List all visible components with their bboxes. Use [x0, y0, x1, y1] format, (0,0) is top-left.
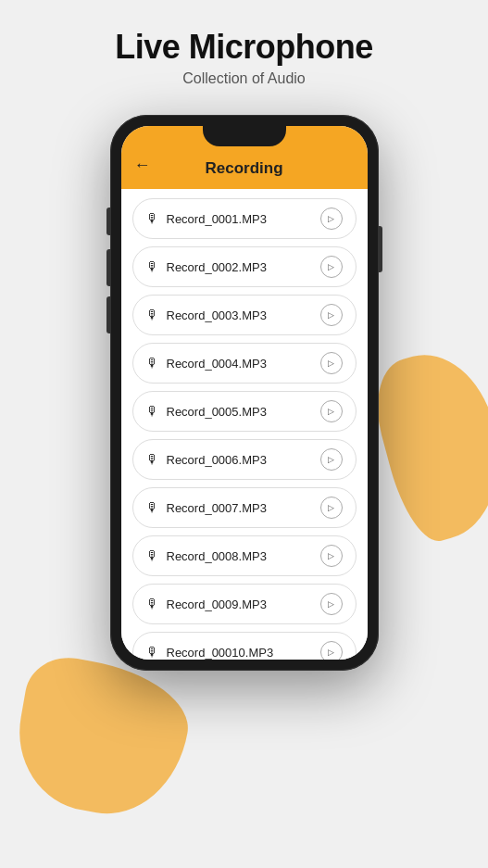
- mic-icon: 🎙: [146, 259, 159, 274]
- item-left: 🎙 Record_0005.MP3: [146, 404, 267, 419]
- page-header: Live Microphone Collection of Audio: [115, 0, 373, 106]
- mic-icon: 🎙: [146, 404, 159, 419]
- record-name: Record_0008.MP3: [167, 549, 267, 563]
- bg-brush-right: [364, 341, 488, 548]
- play-button[interactable]: ▷: [320, 256, 343, 278]
- record-item[interactable]: 🎙 Record_0008.MP3 ▷: [132, 535, 357, 576]
- record-item[interactable]: 🎙 Record_0009.MP3 ▷: [132, 584, 357, 624]
- record-name: Record_0005.MP3: [167, 405, 267, 419]
- item-left: 🎙 Record_00010.MP3: [146, 645, 274, 660]
- volume-up-button: [106, 249, 110, 286]
- power-button: [379, 226, 382, 272]
- phone-screen: ← Recording 🎙 Record_0001.MP3 ▷ 🎙 Record…: [121, 126, 368, 660]
- play-button[interactable]: ▷: [320, 593, 343, 615]
- play-button[interactable]: ▷: [320, 352, 343, 374]
- app-header-title: Recording: [205, 159, 282, 178]
- mic-icon: 🎙: [146, 211, 159, 226]
- silent-button: [106, 208, 110, 235]
- phone-notch: [203, 126, 286, 146]
- record-item[interactable]: 🎙 Record_00010.MP3 ▷: [132, 632, 357, 660]
- item-left: 🎙 Record_0007.MP3: [146, 500, 267, 515]
- record-name: Record_0009.MP3: [167, 598, 267, 611]
- item-left: 🎙 Record_0006.MP3: [146, 452, 267, 467]
- mic-icon: 🎙: [146, 452, 159, 467]
- volume-down-button: [106, 296, 110, 333]
- record-name: Record_0004.MP3: [167, 357, 267, 371]
- item-left: 🎙 Record_0001.MP3: [146, 211, 267, 226]
- play-button[interactable]: ▷: [320, 545, 343, 567]
- recording-list[interactable]: 🎙 Record_0001.MP3 ▷ 🎙 Record_0002.MP3 ▷ …: [121, 189, 368, 660]
- item-left: 🎙 Record_0002.MP3: [146, 259, 267, 274]
- mic-icon: 🎙: [146, 548, 159, 563]
- record-item[interactable]: 🎙 Record_0003.MP3 ▷: [132, 295, 357, 335]
- item-left: 🎙 Record_0008.MP3: [146, 548, 267, 563]
- record-item[interactable]: 🎙 Record_0002.MP3 ▷: [132, 246, 357, 287]
- record-name: Record_00010.MP3: [167, 646, 274, 660]
- item-left: 🎙 Record_0004.MP3: [146, 356, 267, 371]
- play-button[interactable]: ▷: [320, 304, 343, 326]
- item-left: 🎙 Record_0009.MP3: [146, 597, 267, 611]
- record-name: Record_0007.MP3: [167, 501, 267, 515]
- record-name: Record_0002.MP3: [167, 260, 267, 274]
- page-subtitle: Collection of Audio: [115, 70, 373, 87]
- record-name: Record_0001.MP3: [167, 212, 267, 226]
- back-button[interactable]: ←: [134, 156, 151, 175]
- record-name: Record_0003.MP3: [167, 308, 267, 322]
- play-button[interactable]: ▷: [320, 448, 343, 471]
- mic-icon: 🎙: [146, 356, 159, 371]
- play-button[interactable]: ▷: [320, 208, 343, 230]
- item-left: 🎙 Record_0003.MP3: [146, 308, 267, 322]
- play-button[interactable]: ▷: [320, 641, 343, 660]
- phone-frame: ← Recording 🎙 Record_0001.MP3 ▷ 🎙 Record…: [110, 115, 379, 671]
- record-item[interactable]: 🎙 Record_0004.MP3 ▷: [132, 343, 357, 384]
- record-item[interactable]: 🎙 Record_0001.MP3 ▷: [132, 198, 357, 239]
- mic-icon: 🎙: [146, 645, 159, 660]
- record-item[interactable]: 🎙 Record_0007.MP3 ▷: [132, 487, 357, 528]
- record-item[interactable]: 🎙 Record_0006.MP3 ▷: [132, 439, 357, 480]
- mic-icon: 🎙: [146, 500, 159, 515]
- play-button[interactable]: ▷: [320, 400, 343, 422]
- page-title: Live Microphone: [115, 28, 373, 67]
- mic-icon: 🎙: [146, 308, 159, 322]
- record-item[interactable]: 🎙 Record_0005.MP3 ▷: [132, 391, 357, 432]
- phone-mockup: ← Recording 🎙 Record_0001.MP3 ▷ 🎙 Record…: [110, 115, 379, 671]
- bg-brush-bottom: [6, 651, 196, 826]
- play-button[interactable]: ▷: [320, 497, 343, 519]
- record-name: Record_0006.MP3: [167, 453, 267, 467]
- mic-icon: 🎙: [146, 597, 159, 611]
